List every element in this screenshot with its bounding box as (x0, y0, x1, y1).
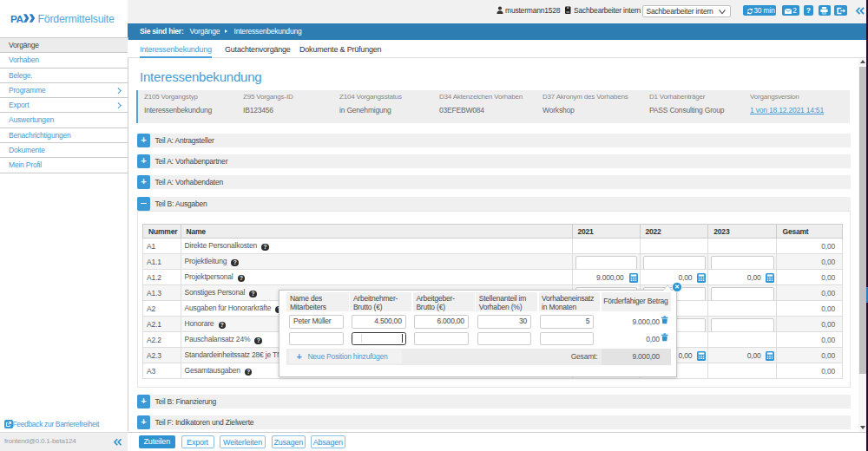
svg-text:Fördermittelsuite: Fördermittelsuite (38, 13, 115, 25)
svg-text:PA: PA (10, 13, 23, 25)
